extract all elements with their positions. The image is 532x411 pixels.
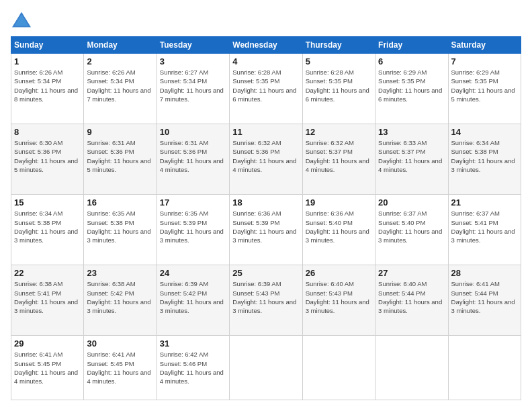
calendar-cell — [230, 336, 302, 400]
daylight-label: Daylight: 11 hours and 3 minutes. — [378, 228, 442, 244]
day-number: 22 — [14, 268, 81, 278]
sunset-label: Sunset: 5:38 PM — [14, 219, 61, 226]
calendar-cell: 8 Sunrise: 6:30 AM Sunset: 5:36 PM Dayli… — [11, 124, 84, 195]
day-number: 8 — [14, 127, 81, 137]
sunrise-label: Sunrise: 6:35 AM — [87, 210, 135, 217]
daylight-label: Daylight: 11 hours and 3 minutes. — [14, 228, 78, 244]
calendar-cell: 15 Sunrise: 6:34 AM Sunset: 5:38 PM Dayl… — [11, 195, 84, 265]
calendar-cell: 6 Sunrise: 6:29 AM Sunset: 5:35 PM Dayli… — [375, 54, 448, 124]
header-wednesday: Wednesday — [230, 37, 302, 54]
sunrise-label: Sunrise: 6:36 AM — [306, 210, 354, 217]
sunset-label: Sunset: 5:41 PM — [451, 219, 498, 226]
day-info: Sunrise: 6:26 AM Sunset: 5:34 PM Dayligh… — [14, 68, 81, 103]
calendar-cell: 1 Sunrise: 6:26 AM Sunset: 5:34 PM Dayli… — [11, 54, 84, 124]
day-info: Sunrise: 6:40 AM Sunset: 5:43 PM Dayligh… — [306, 279, 372, 315]
sunset-label: Sunset: 5:45 PM — [14, 360, 61, 367]
day-number: 1 — [14, 56, 81, 66]
daylight-label: Daylight: 11 hours and 3 minutes. — [232, 228, 296, 244]
calendar-cell: 29 Sunrise: 6:41 AM Sunset: 5:45 PM Dayl… — [11, 336, 84, 400]
sunset-label: Sunset: 5:35 PM — [232, 77, 279, 85]
sunrise-label: Sunrise: 6:38 AM — [87, 280, 135, 287]
day-number: 27 — [378, 268, 445, 278]
day-info: Sunrise: 6:26 AM Sunset: 5:34 PM Dayligh… — [87, 68, 153, 103]
daylight-label: Daylight: 11 hours and 4 minutes. — [306, 157, 369, 173]
sunrise-label: Sunrise: 6:26 AM — [87, 68, 135, 76]
sunset-label: Sunset: 5:45 PM — [87, 360, 134, 367]
sunset-label: Sunset: 5:46 PM — [160, 360, 207, 367]
calendar-cell: 5 Sunrise: 6:28 AM Sunset: 5:35 PM Dayli… — [302, 54, 375, 124]
day-info: Sunrise: 6:37 AM Sunset: 5:40 PM Dayligh… — [378, 209, 445, 244]
calendar-cell — [375, 336, 448, 400]
sunset-label: Sunset: 5:44 PM — [378, 289, 425, 297]
calendar-cell: 9 Sunrise: 6:31 AM Sunset: 5:36 PM Dayli… — [84, 124, 157, 195]
calendar-cell: 14 Sunrise: 6:34 AM Sunset: 5:38 PM Dayl… — [448, 124, 521, 195]
daylight-label: Daylight: 11 hours and 6 minutes. — [378, 87, 442, 103]
daylight-label: Daylight: 11 hours and 4 minutes. — [160, 369, 224, 385]
sunrise-label: Sunrise: 6:29 AM — [378, 68, 427, 76]
calendar-cell: 11 Sunrise: 6:32 AM Sunset: 5:36 PM Dayl… — [230, 124, 302, 195]
day-info: Sunrise: 6:36 AM Sunset: 5:39 PM Dayligh… — [232, 209, 299, 244]
header-tuesday: Tuesday — [157, 37, 229, 54]
day-number: 15 — [14, 197, 81, 208]
sunrise-label: Sunrise: 6:33 AM — [378, 139, 427, 146]
calendar-cell: 10 Sunrise: 6:31 AM Sunset: 5:36 PM Dayl… — [157, 124, 229, 195]
calendar-cell: 27 Sunrise: 6:40 AM Sunset: 5:44 PM Dayl… — [375, 265, 448, 336]
day-number: 17 — [160, 197, 226, 208]
sunrise-label: Sunrise: 6:38 AM — [14, 280, 62, 287]
sunset-label: Sunset: 5:34 PM — [14, 77, 61, 85]
day-number: 28 — [451, 268, 518, 278]
daylight-label: Daylight: 11 hours and 4 minutes. — [160, 157, 224, 173]
day-info: Sunrise: 6:38 AM Sunset: 5:41 PM Dayligh… — [14, 279, 81, 315]
daylight-label: Daylight: 11 hours and 3 minutes. — [160, 228, 224, 244]
sunset-label: Sunset: 5:43 PM — [306, 289, 353, 297]
sunset-label: Sunset: 5:40 PM — [306, 219, 353, 226]
day-info: Sunrise: 6:39 AM Sunset: 5:42 PM Dayligh… — [160, 279, 226, 315]
sunrise-label: Sunrise: 6:28 AM — [232, 68, 281, 76]
calendar-cell: 12 Sunrise: 6:32 AM Sunset: 5:37 PM Dayl… — [302, 124, 375, 195]
daylight-label: Daylight: 11 hours and 4 minutes. — [232, 157, 296, 173]
day-number: 3 — [160, 56, 226, 66]
day-info: Sunrise: 6:37 AM Sunset: 5:41 PM Dayligh… — [451, 209, 518, 244]
day-info: Sunrise: 6:42 AM Sunset: 5:46 PM Dayligh… — [160, 350, 226, 385]
sunrise-label: Sunrise: 6:39 AM — [160, 280, 208, 287]
day-info: Sunrise: 6:29 AM Sunset: 5:35 PM Dayligh… — [378, 68, 445, 103]
header-sunday: Sunday — [11, 37, 84, 54]
page: Sunday Monday Tuesday Wednesday Thursday… — [0, 0, 532, 411]
sunset-label: Sunset: 5:37 PM — [378, 148, 425, 155]
daylight-label: Daylight: 11 hours and 3 minutes. — [306, 228, 369, 244]
sunset-label: Sunset: 5:39 PM — [160, 219, 207, 226]
sunset-label: Sunset: 5:42 PM — [160, 289, 207, 297]
daylight-label: Daylight: 11 hours and 5 minutes. — [87, 157, 150, 173]
sunrise-label: Sunrise: 6:32 AM — [232, 139, 281, 146]
header-friday: Friday — [375, 37, 448, 54]
day-info: Sunrise: 6:41 AM Sunset: 5:44 PM Dayligh… — [451, 279, 518, 315]
day-number: 24 — [160, 268, 226, 278]
day-number: 16 — [87, 197, 153, 208]
sunrise-label: Sunrise: 6:34 AM — [451, 139, 500, 146]
day-number: 7 — [451, 56, 518, 66]
day-info: Sunrise: 6:41 AM Sunset: 5:45 PM Dayligh… — [87, 350, 153, 385]
sunrise-label: Sunrise: 6:40 AM — [306, 280, 354, 287]
day-number: 6 — [378, 56, 445, 66]
sunset-label: Sunset: 5:40 PM — [378, 219, 425, 226]
daylight-label: Daylight: 11 hours and 6 minutes. — [306, 87, 369, 103]
sunset-label: Sunset: 5:39 PM — [232, 219, 279, 226]
sunset-label: Sunset: 5:43 PM — [232, 289, 279, 297]
sunset-label: Sunset: 5:34 PM — [160, 77, 207, 85]
sunset-label: Sunset: 5:35 PM — [306, 77, 353, 85]
sunrise-label: Sunrise: 6:41 AM — [87, 351, 135, 358]
day-number: 19 — [306, 197, 372, 208]
day-info: Sunrise: 6:27 AM Sunset: 5:34 PM Dayligh… — [160, 68, 226, 103]
daylight-label: Daylight: 11 hours and 3 minutes. — [232, 298, 296, 314]
daylight-label: Daylight: 11 hours and 8 minutes. — [14, 87, 78, 103]
calendar-cell: 24 Sunrise: 6:39 AM Sunset: 5:42 PM Dayl… — [157, 265, 229, 336]
daylight-label: Daylight: 11 hours and 6 minutes. — [232, 87, 296, 103]
day-info: Sunrise: 6:39 AM Sunset: 5:43 PM Dayligh… — [232, 279, 299, 315]
calendar-cell: 22 Sunrise: 6:38 AM Sunset: 5:41 PM Dayl… — [11, 265, 84, 336]
day-info: Sunrise: 6:31 AM Sunset: 5:36 PM Dayligh… — [160, 138, 226, 174]
header — [11, 11, 521, 30]
day-info: Sunrise: 6:32 AM Sunset: 5:37 PM Dayligh… — [306, 138, 372, 174]
daylight-label: Daylight: 11 hours and 5 minutes. — [451, 87, 515, 103]
calendar-cell: 4 Sunrise: 6:28 AM Sunset: 5:35 PM Dayli… — [230, 54, 302, 124]
sunrise-label: Sunrise: 6:31 AM — [160, 139, 208, 146]
